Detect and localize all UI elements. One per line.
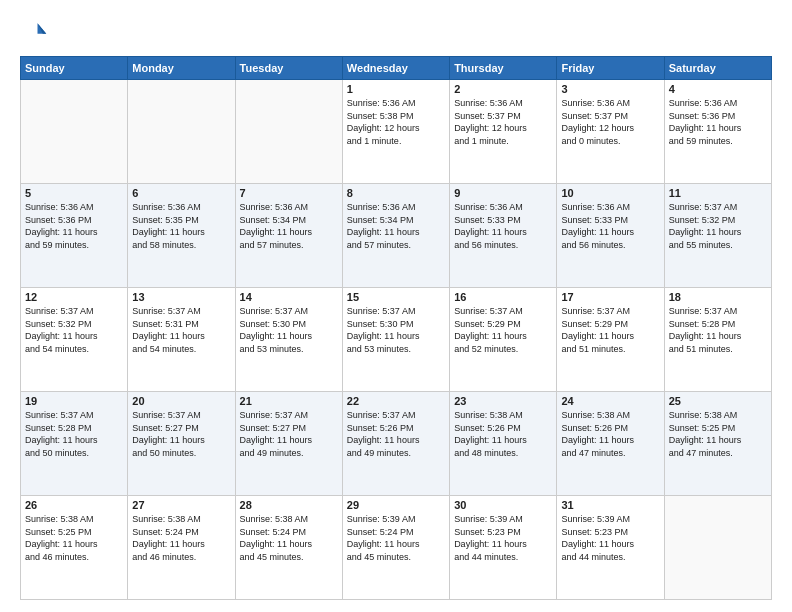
day-number: 13: [132, 291, 230, 303]
day-number: 25: [669, 395, 767, 407]
day-number: 28: [240, 499, 338, 511]
calendar-cell: 16Sunrise: 5:37 AM Sunset: 5:29 PM Dayli…: [450, 288, 557, 392]
calendar-cell: 18Sunrise: 5:37 AM Sunset: 5:28 PM Dayli…: [664, 288, 771, 392]
day-number: 20: [132, 395, 230, 407]
calendar-cell: 20Sunrise: 5:37 AM Sunset: 5:27 PM Dayli…: [128, 392, 235, 496]
calendar-cell: 17Sunrise: 5:37 AM Sunset: 5:29 PM Dayli…: [557, 288, 664, 392]
calendar-cell: 14Sunrise: 5:37 AM Sunset: 5:30 PM Dayli…: [235, 288, 342, 392]
day-number: 31: [561, 499, 659, 511]
day-number: 3: [561, 83, 659, 95]
day-number: 19: [25, 395, 123, 407]
day-info: Sunrise: 5:38 AM Sunset: 5:24 PM Dayligh…: [132, 513, 230, 563]
day-info: Sunrise: 5:36 AM Sunset: 5:34 PM Dayligh…: [240, 201, 338, 251]
calendar-cell: 4Sunrise: 5:36 AM Sunset: 5:36 PM Daylig…: [664, 80, 771, 184]
calendar-cell: 21Sunrise: 5:37 AM Sunset: 5:27 PM Dayli…: [235, 392, 342, 496]
calendar-header-row: SundayMondayTuesdayWednesdayThursdayFrid…: [21, 57, 772, 80]
calendar-cell: 7Sunrise: 5:36 AM Sunset: 5:34 PM Daylig…: [235, 184, 342, 288]
day-info: Sunrise: 5:36 AM Sunset: 5:36 PM Dayligh…: [25, 201, 123, 251]
day-number: 16: [454, 291, 552, 303]
day-number: 9: [454, 187, 552, 199]
week-row-3: 12Sunrise: 5:37 AM Sunset: 5:32 PM Dayli…: [21, 288, 772, 392]
calendar-cell: 15Sunrise: 5:37 AM Sunset: 5:30 PM Dayli…: [342, 288, 449, 392]
day-info: Sunrise: 5:37 AM Sunset: 5:27 PM Dayligh…: [132, 409, 230, 459]
calendar-cell: 10Sunrise: 5:36 AM Sunset: 5:33 PM Dayli…: [557, 184, 664, 288]
logo-icon: [20, 18, 48, 46]
day-info: Sunrise: 5:38 AM Sunset: 5:26 PM Dayligh…: [454, 409, 552, 459]
day-number: 30: [454, 499, 552, 511]
calendar-cell: 9Sunrise: 5:36 AM Sunset: 5:33 PM Daylig…: [450, 184, 557, 288]
day-info: Sunrise: 5:37 AM Sunset: 5:32 PM Dayligh…: [669, 201, 767, 251]
calendar-cell: 28Sunrise: 5:38 AM Sunset: 5:24 PM Dayli…: [235, 496, 342, 600]
day-number: 26: [25, 499, 123, 511]
calendar-cell: 26Sunrise: 5:38 AM Sunset: 5:25 PM Dayli…: [21, 496, 128, 600]
day-number: 17: [561, 291, 659, 303]
calendar-table: SundayMondayTuesdayWednesdayThursdayFrid…: [20, 56, 772, 600]
header: [20, 18, 772, 46]
weekday-header-thursday: Thursday: [450, 57, 557, 80]
day-number: 14: [240, 291, 338, 303]
day-info: Sunrise: 5:37 AM Sunset: 5:30 PM Dayligh…: [347, 305, 445, 355]
calendar-cell: [664, 496, 771, 600]
day-info: Sunrise: 5:39 AM Sunset: 5:23 PM Dayligh…: [454, 513, 552, 563]
day-number: 27: [132, 499, 230, 511]
week-row-4: 19Sunrise: 5:37 AM Sunset: 5:28 PM Dayli…: [21, 392, 772, 496]
day-info: Sunrise: 5:36 AM Sunset: 5:33 PM Dayligh…: [561, 201, 659, 251]
calendar-cell: 11Sunrise: 5:37 AM Sunset: 5:32 PM Dayli…: [664, 184, 771, 288]
weekday-header-tuesday: Tuesday: [235, 57, 342, 80]
day-number: 7: [240, 187, 338, 199]
day-info: Sunrise: 5:36 AM Sunset: 5:33 PM Dayligh…: [454, 201, 552, 251]
calendar-cell: [128, 80, 235, 184]
day-info: Sunrise: 5:37 AM Sunset: 5:29 PM Dayligh…: [454, 305, 552, 355]
calendar-cell: 5Sunrise: 5:36 AM Sunset: 5:36 PM Daylig…: [21, 184, 128, 288]
day-info: Sunrise: 5:37 AM Sunset: 5:28 PM Dayligh…: [25, 409, 123, 459]
day-info: Sunrise: 5:36 AM Sunset: 5:34 PM Dayligh…: [347, 201, 445, 251]
calendar-cell: 29Sunrise: 5:39 AM Sunset: 5:24 PM Dayli…: [342, 496, 449, 600]
day-info: Sunrise: 5:37 AM Sunset: 5:29 PM Dayligh…: [561, 305, 659, 355]
calendar-cell: 31Sunrise: 5:39 AM Sunset: 5:23 PM Dayli…: [557, 496, 664, 600]
weekday-header-saturday: Saturday: [664, 57, 771, 80]
calendar-cell: 1Sunrise: 5:36 AM Sunset: 5:38 PM Daylig…: [342, 80, 449, 184]
day-info: Sunrise: 5:38 AM Sunset: 5:25 PM Dayligh…: [669, 409, 767, 459]
day-number: 23: [454, 395, 552, 407]
day-number: 2: [454, 83, 552, 95]
weekday-header-wednesday: Wednesday: [342, 57, 449, 80]
week-row-1: 1Sunrise: 5:36 AM Sunset: 5:38 PM Daylig…: [21, 80, 772, 184]
day-info: Sunrise: 5:36 AM Sunset: 5:37 PM Dayligh…: [561, 97, 659, 147]
day-info: Sunrise: 5:37 AM Sunset: 5:30 PM Dayligh…: [240, 305, 338, 355]
day-number: 8: [347, 187, 445, 199]
day-info: Sunrise: 5:36 AM Sunset: 5:37 PM Dayligh…: [454, 97, 552, 147]
calendar-cell: 19Sunrise: 5:37 AM Sunset: 5:28 PM Dayli…: [21, 392, 128, 496]
day-number: 1: [347, 83, 445, 95]
week-row-2: 5Sunrise: 5:36 AM Sunset: 5:36 PM Daylig…: [21, 184, 772, 288]
day-number: 6: [132, 187, 230, 199]
day-info: Sunrise: 5:38 AM Sunset: 5:26 PM Dayligh…: [561, 409, 659, 459]
weekday-header-sunday: Sunday: [21, 57, 128, 80]
calendar-cell: [235, 80, 342, 184]
calendar-cell: 30Sunrise: 5:39 AM Sunset: 5:23 PM Dayli…: [450, 496, 557, 600]
week-row-5: 26Sunrise: 5:38 AM Sunset: 5:25 PM Dayli…: [21, 496, 772, 600]
calendar-cell: 12Sunrise: 5:37 AM Sunset: 5:32 PM Dayli…: [21, 288, 128, 392]
day-info: Sunrise: 5:37 AM Sunset: 5:32 PM Dayligh…: [25, 305, 123, 355]
calendar-cell: 3Sunrise: 5:36 AM Sunset: 5:37 PM Daylig…: [557, 80, 664, 184]
day-number: 18: [669, 291, 767, 303]
calendar-cell: [21, 80, 128, 184]
day-info: Sunrise: 5:36 AM Sunset: 5:36 PM Dayligh…: [669, 97, 767, 147]
day-number: 4: [669, 83, 767, 95]
day-info: Sunrise: 5:39 AM Sunset: 5:23 PM Dayligh…: [561, 513, 659, 563]
day-number: 29: [347, 499, 445, 511]
day-info: Sunrise: 5:37 AM Sunset: 5:27 PM Dayligh…: [240, 409, 338, 459]
calendar-cell: 13Sunrise: 5:37 AM Sunset: 5:31 PM Dayli…: [128, 288, 235, 392]
calendar-cell: 25Sunrise: 5:38 AM Sunset: 5:25 PM Dayli…: [664, 392, 771, 496]
day-number: 24: [561, 395, 659, 407]
day-number: 21: [240, 395, 338, 407]
calendar-cell: 27Sunrise: 5:38 AM Sunset: 5:24 PM Dayli…: [128, 496, 235, 600]
page: SundayMondayTuesdayWednesdayThursdayFrid…: [0, 0, 792, 612]
day-info: Sunrise: 5:37 AM Sunset: 5:31 PM Dayligh…: [132, 305, 230, 355]
weekday-header-monday: Monday: [128, 57, 235, 80]
weekday-header-friday: Friday: [557, 57, 664, 80]
day-info: Sunrise: 5:38 AM Sunset: 5:25 PM Dayligh…: [25, 513, 123, 563]
day-info: Sunrise: 5:38 AM Sunset: 5:24 PM Dayligh…: [240, 513, 338, 563]
day-number: 12: [25, 291, 123, 303]
day-number: 5: [25, 187, 123, 199]
day-number: 11: [669, 187, 767, 199]
